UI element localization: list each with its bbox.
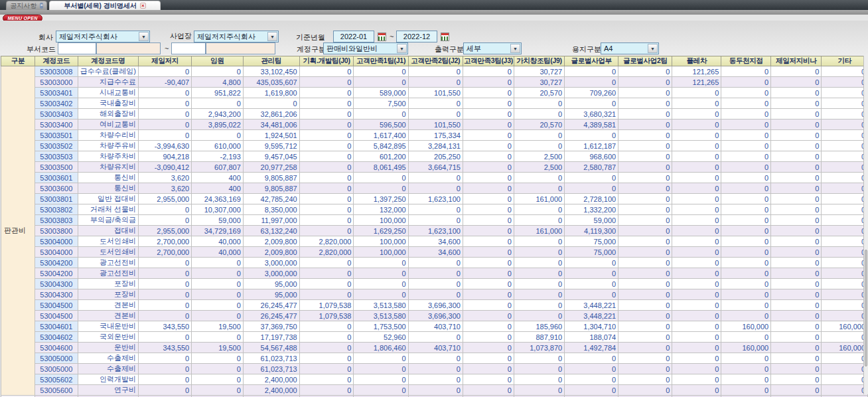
account-code-cell[interactable]: 53003801 [35,194,78,204]
amount-cell[interactable]: 0 [721,141,771,151]
amount-cell[interactable]: 0 [514,268,564,279]
amount-cell[interactable]: 61,023,713 [243,364,299,374]
amount-cell[interactable]: 0 [192,130,244,141]
amount-cell[interactable]: 0 [721,109,771,119]
amount-cell[interactable]: 0 [822,353,868,364]
amount-cell[interactable]: 400 [192,173,244,183]
account-name-cell[interactable]: 부의금/축의금 [78,215,138,226]
table-row[interactable]: 53004300포장비0095,00000000000000 [1,279,868,289]
amount-cell[interactable]: 0 [565,268,618,279]
amount-cell[interactable]: 2,500 [514,151,564,162]
amount-cell[interactable]: 0 [771,364,822,374]
table-row[interactable]: 53003803부의금/축의금059,00011,997,0000100,000… [1,215,868,226]
amount-cell[interactable]: 0 [514,130,564,141]
amount-cell[interactable]: 1,492,784 [565,343,618,353]
amount-cell[interactable]: 1,079,538 [299,311,354,321]
account-name-cell[interactable]: 통신비 [78,183,138,194]
account-code-cell[interactable]: 53003401 [35,88,78,98]
amount-cell[interactable]: 0 [618,364,672,374]
paper-type-select[interactable]: A4 ▼ [601,42,659,54]
amount-cell[interactable]: 610,000 [192,141,244,151]
amount-cell[interactable]: 0 [354,364,408,374]
amount-cell[interactable]: 101,550 [408,119,463,130]
amount-cell[interactable]: 37,369,750 [243,321,299,332]
amount-cell[interactable]: 0 [463,151,514,162]
account-name-cell[interactable]: 인력개발비 [78,374,138,385]
amount-cell[interactable]: 0 [299,374,354,385]
amount-cell[interactable]: 0 [299,183,354,194]
amount-cell[interactable]: 0 [771,141,822,151]
amount-cell[interactable]: 0 [822,332,868,343]
account-code-cell[interactable]: 53003501 [35,130,78,141]
amount-cell[interactable]: 0 [672,236,721,247]
amount-cell[interactable]: 0 [514,353,564,364]
amount-cell[interactable]: 0 [139,215,192,226]
amount-cell[interactable]: 2,400,000 [243,385,299,396]
amount-cell[interactable]: 2,943,200 [192,109,244,119]
amount-cell[interactable]: 0 [463,364,514,374]
account-name-cell[interactable]: 시내교통비 [78,88,138,98]
amount-cell[interactable]: 54,567,488 [243,343,299,353]
chevron-down-icon[interactable]: ▼ [267,32,277,41]
amount-cell[interactable]: 0 [354,374,408,385]
amount-cell[interactable]: 0 [672,279,721,289]
account-name-cell[interactable]: 차량주차비 [78,151,138,162]
amount-cell[interactable]: 2,700,000 [139,236,192,247]
amount-cell[interactable]: 0 [618,215,672,226]
amount-cell[interactable]: 1,629,250 [354,226,408,236]
amount-cell[interactable]: 0 [565,77,618,88]
table-row[interactable]: 53003403해외출장비02,943,20032,861,206000003,… [1,109,868,119]
amount-cell[interactable]: 0 [463,289,514,300]
account-code-cell[interactable]: 53005000 [35,364,78,374]
amount-cell[interactable]: 0 [618,385,672,396]
chevron-down-icon[interactable]: ▼ [139,32,149,41]
amount-cell[interactable]: 0 [463,321,514,332]
account-name-cell[interactable]: 지급수수료 [78,77,138,88]
amount-cell[interactable]: 0 [139,66,192,77]
amount-cell[interactable]: 34,729,169 [192,226,244,236]
amount-cell[interactable]: 0 [565,374,618,385]
amount-cell[interactable]: 0 [408,215,463,226]
amount-cell[interactable]: 20,570 [514,119,564,130]
amount-cell[interactable]: 0 [672,98,721,109]
amount-cell[interactable]: 0 [299,119,354,130]
amount-cell[interactable]: 0 [672,343,721,353]
table-row[interactable]: 53005600연구비002,400,00000000000000 [1,385,868,396]
amount-cell[interactable]: 0 [463,141,514,151]
account-name-cell[interactable]: 접대비 [78,226,138,236]
amount-cell[interactable]: 0 [771,332,822,343]
table-row[interactable]: 53004000도서인쇄비2,700,00040,0002,009,8002,8… [1,247,868,258]
dept-code-to-name-field[interactable] [206,42,275,54]
account-code-cell[interactable]: 53003800 [35,226,78,236]
amount-cell[interactable]: 0 [771,289,822,300]
amount-cell[interactable]: 11,997,000 [243,215,299,226]
account-name-cell[interactable]: 광고선전비 [78,258,138,268]
workplace-select[interactable]: 제일저지주식회사 ▼ [194,31,279,42]
amount-cell[interactable]: 0 [299,289,354,300]
table-row[interactable]: 53004600운반비343,55019,50054,567,48801,806… [1,343,868,353]
amount-cell[interactable]: 0 [822,130,868,141]
amount-cell[interactable]: 175,334 [408,130,463,141]
amount-cell[interactable]: 0 [192,332,244,343]
amount-cell[interactable]: 0 [672,374,721,385]
amount-cell[interactable]: 0 [299,204,354,215]
amount-cell[interactable]: 0 [299,173,354,183]
amount-cell[interactable]: 3,448,221 [565,300,618,311]
amount-cell[interactable]: 0 [408,98,463,109]
amount-cell[interactable]: 0 [672,204,721,215]
amount-cell[interactable]: 0 [672,119,721,130]
table-row[interactable]: 53005000수출제비0061,023,71300000000000 [1,353,868,364]
amount-cell[interactable]: 1,806,460 [354,343,408,353]
amount-cell[interactable]: 0 [299,321,354,332]
amount-cell[interactable]: 0 [721,173,771,183]
table-row[interactable]: 53003502차량주유비-3,994,630610,0009,595,7120… [1,141,868,151]
amount-cell[interactable]: 95,000 [243,279,299,289]
amount-cell[interactable]: 0 [299,88,354,98]
amount-cell[interactable]: 0 [672,130,721,141]
amount-cell[interactable]: 0 [565,258,618,268]
amount-cell[interactable]: 3,895,022 [192,119,244,130]
amount-cell[interactable]: 160,000 [721,343,771,353]
amount-cell[interactable]: 0 [721,258,771,268]
amount-cell[interactable]: 0 [463,353,514,364]
amount-cell[interactable]: 2,955,000 [139,226,192,236]
